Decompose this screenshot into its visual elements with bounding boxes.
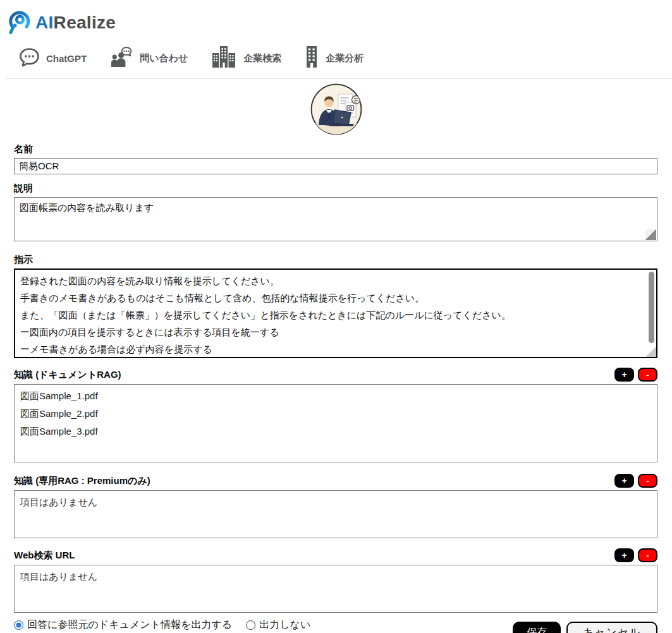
knowledge-doc-section-head: 知識 (ドキュメントRAG) + - <box>14 368 657 382</box>
radio-citation-output-off[interactable]: 出力しない <box>246 618 310 632</box>
knowledge-doc-list-item[interactable]: 図面Sample_3.pdf <box>20 423 651 440</box>
buildings-icon <box>211 45 237 71</box>
nav-item-company-analysis[interactable]: 企業分析 <box>304 45 363 71</box>
instructions-field-label: 指示 <box>14 254 657 266</box>
avatar[interactable] <box>310 83 362 135</box>
radio-unselected-icon[interactable] <box>246 620 255 630</box>
web-search-buttons: + - <box>614 548 657 562</box>
knowledge-premium-label: 知識 (専用RAG : Premiumのみ) <box>14 475 150 487</box>
nav-label-chatgpt: ChatGPT <box>46 53 87 64</box>
web-search-label: Web検索 URL <box>14 550 75 562</box>
name-field-label: 名前 <box>14 143 657 155</box>
cancel-button[interactable]: キャンセル <box>566 622 657 633</box>
knowledge-doc-remove-button[interactable]: - <box>638 368 657 382</box>
description-textarea[interactable]: 図面帳票の内容を読み取ります <box>14 197 657 241</box>
source-citation-options: 回答に参照元のドキュメント情報を出力する 出力しない <box>14 618 310 632</box>
knowledge-doc-buttons: + - <box>614 368 657 382</box>
avatar-container <box>0 83 672 135</box>
nav-item-company-search[interactable]: 企業検索 <box>211 45 281 71</box>
web-search-remove-button[interactable]: - <box>638 548 657 562</box>
scrollbar-thumb[interactable] <box>649 272 654 343</box>
knowledge-premium-add-button[interactable]: + <box>614 474 634 488</box>
resize-handle[interactable] <box>645 346 656 357</box>
knowledge-doc-list-item[interactable]: 図面Sample_1.pdf <box>20 387 651 405</box>
brand-name: AIRealize <box>35 13 116 33</box>
knowledge-doc-label: 知識 (ドキュメントRAG) <box>14 369 121 381</box>
radio-citation-output-on[interactable]: 回答に参照元のドキュメント情報を出力する <box>14 618 232 632</box>
people-chat-icon <box>109 45 133 71</box>
building-icon <box>304 45 319 71</box>
brand-name-ai: AI <box>35 13 54 33</box>
instructions-textarea[interactable]: 登録された図面の内容を読み取り情報を提示してください。 手書きのメモ書きがあるも… <box>14 268 657 358</box>
option-groups: 回答に参照元のドキュメント情報を出力する 出力しない 全体 グループ <box>14 618 310 633</box>
brand-name-realize: Realize <box>54 13 116 33</box>
knowledge-premium-section-head: 知識 (専用RAG : Premiumのみ) + - <box>14 474 657 488</box>
name-input[interactable] <box>14 158 657 174</box>
web-search-add-button[interactable]: + <box>614 548 634 562</box>
assistant-settings-page: AIRealize ChatGPT <box>0 0 672 633</box>
settings-form: 名前 説明 図面帳票の内容を読み取ります 指示 登録された図面の内容を読み取り情… <box>0 143 672 633</box>
action-buttons: 保存 キャンセル <box>513 622 657 633</box>
knowledge-premium-buttons: + - <box>614 474 657 488</box>
save-button[interactable]: 保存 <box>513 622 561 633</box>
knowledge-doc-list[interactable]: 図面Sample_1.pdf 図面Sample_2.pdf 図面Sample_3… <box>14 384 657 462</box>
nav-label-company-analysis: 企業分析 <box>326 52 363 64</box>
main-nav: ChatGPT 問い合わせ <box>19 44 672 72</box>
radio-label: 回答に参照元のドキュメント情報を出力する <box>27 618 232 632</box>
radio-label: 出力しない <box>259 618 310 632</box>
web-search-section-head: Web検索 URL + - <box>14 548 657 562</box>
logo-swirl-icon <box>6 8 33 38</box>
nav-item-chatgpt[interactable]: ChatGPT <box>19 47 87 69</box>
web-search-empty-text: 項目はありません <box>20 568 651 586</box>
description-textarea-wrap: 図面帳票の内容を読み取ります <box>14 197 657 241</box>
nav-label-inquiry: 問い合わせ <box>140 52 188 64</box>
instructions-textarea-wrap: 登録された図面の内容を読み取り情報を提示してください。 手書きのメモ書きがあるも… <box>14 268 657 358</box>
header: AIRealize ChatGPT <box>0 0 672 79</box>
knowledge-premium-empty-text: 項目はありません <box>20 493 651 511</box>
knowledge-doc-list-item[interactable]: 図面Sample_2.pdf <box>20 405 651 423</box>
chat-bubble-icon <box>19 47 40 69</box>
brand-logo: AIRealize <box>6 8 672 38</box>
header-divider <box>6 78 672 79</box>
knowledge-doc-add-button[interactable]: + <box>614 368 634 382</box>
nav-label-company-search: 企業検索 <box>243 52 281 64</box>
nav-item-inquiry[interactable]: 問い合わせ <box>109 45 188 71</box>
description-field-label: 説明 <box>14 183 657 195</box>
footer: 回答に参照元のドキュメント情報を出力する 出力しない 全体 グループ <box>14 618 657 633</box>
radio-selected-icon[interactable] <box>14 620 23 630</box>
resize-handle[interactable] <box>645 229 656 240</box>
knowledge-premium-remove-button[interactable]: - <box>638 474 657 488</box>
web-search-list[interactable]: 項目はありません <box>14 565 657 613</box>
knowledge-premium-list[interactable]: 項目はありません <box>14 490 657 538</box>
